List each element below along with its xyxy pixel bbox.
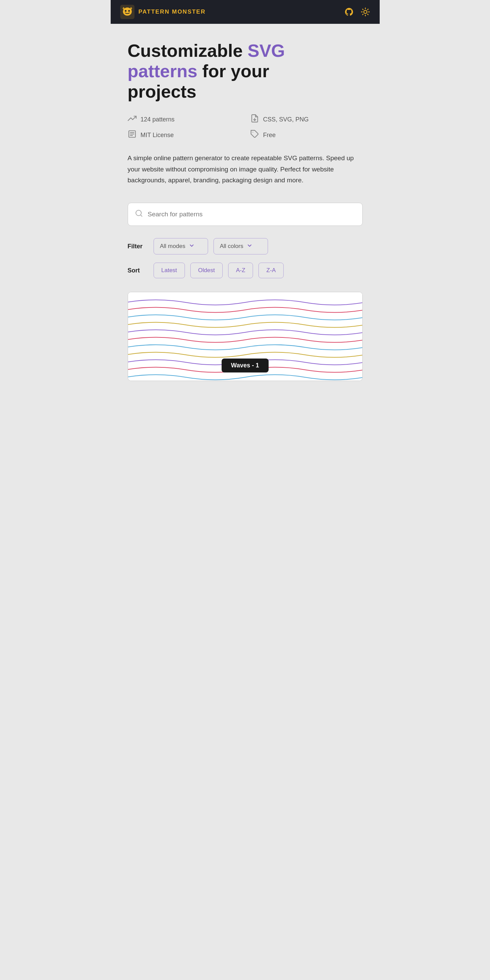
hero-title-part1: Customizable (128, 41, 248, 60)
svg-line-10 (367, 14, 368, 15)
sun-icon (361, 7, 370, 17)
hero-description: A simple online pattern generator to cre… (128, 153, 363, 186)
filter-row: Filter All modes All colors (128, 238, 363, 255)
sort-az-button[interactable]: A-Z (228, 262, 253, 278)
hero-title-accent1: SVG (247, 41, 285, 60)
feature-patterns-text: 124 patterns (140, 116, 175, 123)
tag-icon (250, 130, 259, 140)
github-button[interactable] (344, 7, 354, 17)
svg-line-11 (362, 14, 363, 15)
search-icon (135, 209, 143, 220)
filter-modes-button[interactable]: All modes (153, 238, 208, 255)
feature-license: MIT License (128, 130, 240, 140)
feature-formats-text: CSS, SVG, PNG (263, 116, 309, 123)
hero-title: Customizable SVG patterns for yourprojec… (128, 41, 363, 102)
pattern-label-waves: Waves - 1 (221, 358, 268, 372)
filter-colors-label: All colors (220, 243, 243, 250)
main-content: Customizable SVG patterns for yourprojec… (111, 24, 380, 381)
trending-up-icon (128, 114, 137, 125)
feature-free: Free (250, 130, 363, 140)
header: PATTERN MONSTER (111, 0, 380, 24)
logo-icon (120, 5, 134, 19)
svg-line-12 (367, 9, 368, 10)
feature-free-text: Free (263, 132, 276, 139)
features-grid: 124 patterns CSS, SVG, PNG (128, 114, 363, 140)
filter-colors-button[interactable]: All colors (214, 238, 268, 255)
logo[interactable]: PATTERN MONSTER (120, 5, 206, 19)
chevron-down-icon (188, 243, 195, 250)
logo-text: PATTERN MONSTER (139, 8, 206, 15)
header-actions (344, 7, 370, 17)
sort-row: Sort Latest Oldest A-Z Z-A (128, 262, 363, 278)
svg-point-4 (364, 10, 367, 13)
feature-license-text: MIT License (140, 132, 174, 139)
feature-formats: CSS, SVG, PNG (250, 114, 363, 125)
svg-line-9 (362, 9, 363, 10)
search-container (128, 203, 363, 226)
pattern-card-waves[interactable]: Waves - 1 (128, 292, 363, 381)
sort-latest-button[interactable]: Latest (153, 262, 185, 278)
svg-line-20 (140, 215, 142, 216)
feature-patterns: 124 patterns (128, 114, 240, 125)
filter-modes-label: All modes (160, 243, 185, 250)
theme-toggle-button[interactable] (361, 7, 370, 17)
sort-label: Sort (128, 267, 148, 274)
svg-point-3 (128, 10, 130, 12)
chevron-down-icon-colors (247, 243, 253, 250)
search-input[interactable] (148, 210, 356, 218)
hero-title-accent2: patterns (128, 61, 198, 81)
license-icon (128, 130, 137, 140)
github-icon (344, 7, 354, 17)
filter-label: Filter (128, 243, 148, 250)
sort-za-button[interactable]: Z-A (259, 262, 283, 278)
sort-oldest-button[interactable]: Oldest (190, 262, 223, 278)
pattern-preview-waves: Waves - 1 (128, 292, 362, 381)
svg-point-2 (124, 10, 126, 12)
download-icon (250, 114, 259, 125)
